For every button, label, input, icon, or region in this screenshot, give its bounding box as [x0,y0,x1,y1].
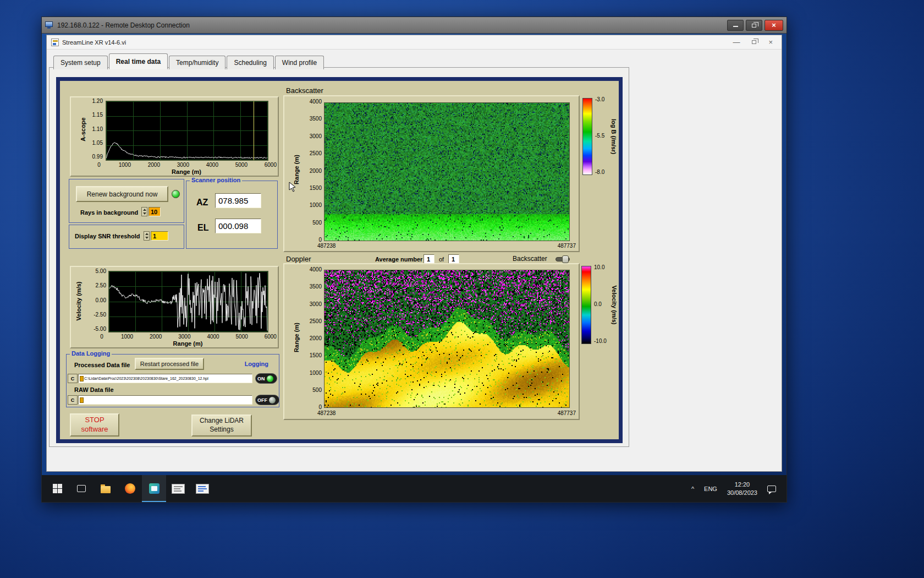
taskbar: ^ ENG 12:20 30/08/2023 [42,475,787,502]
tab-system-setup[interactable]: System setup [53,56,108,69]
language-indicator[interactable]: ENG [700,475,721,502]
backscatter-display-toggle[interactable] [556,257,570,261]
scan-scheduler-window-button[interactable] [166,475,190,502]
backscatter-y-axis-label: Range (m) [293,155,300,184]
renew-background-button[interactable]: Renew background now [76,186,168,202]
processed-logging-led [267,375,273,382]
processed-path-type-selector[interactable]: C [68,374,78,383]
tray-chevron[interactable]: ^ [688,475,698,502]
backscatter-x-ticks: 487238 487737 [317,243,576,249]
tab-temp-humidity[interactable]: Temp/humidity [169,56,226,69]
action-center-button[interactable] [763,475,780,502]
doppler-y-axis-label: Range (m) [293,323,300,352]
doppler-colorbar-label: Velocity (m/s) [611,286,618,325]
doppler-heatmap [324,270,570,408]
firefox-icon [125,483,135,494]
tab-bar: System setup Real time data Temp/humidit… [53,53,325,69]
average-number-field[interactable]: 1 [424,254,435,264]
windows-logo-icon [53,484,62,493]
scanner-position-title: Scanner position [190,177,242,183]
labview-vi-icon [51,39,59,46]
rdp-window: 192.168.0.122 - Remote Desktop Connectio… [41,17,787,503]
el-value-field[interactable]: 000.098 [215,219,261,233]
average-number-label: Average number [375,256,422,263]
change-lidar-settings-button[interactable]: Change LiDAR Settings [191,415,252,437]
doppler-chart: Range (m) 4000 3500 3000 2500 2000 1500 … [283,263,580,420]
snr-threshold-label: Display SNR threshold [75,233,140,239]
task-view-button[interactable] [69,475,94,502]
vi-window-button[interactable] [190,475,215,502]
firefox-button[interactable] [118,475,142,502]
data-logging-title: Data Logging [70,350,112,357]
backscatter-colorbar: -3.0 -5.5 -8.0 [582,98,592,175]
app-minimize-button[interactable]: — [733,39,740,46]
snr-value-field[interactable]: 1 [151,231,168,241]
backscatter-chart: Range (m) 4000 3500 3000 2500 2000 1500 … [283,95,580,252]
restart-processed-file-button[interactable]: Restart processed file [135,358,204,370]
velocity-plot [108,271,268,332]
rays-in-background-label: Rays in background [80,209,138,216]
clock-time: 12:20 [735,481,750,489]
rdp-window-title: 192.168.0.122 - Remote Desktop Connectio… [57,21,727,29]
tab-wind-profile[interactable]: Wind profile [275,56,324,69]
velocity-y-axis-label: Velocity (m/s) [75,282,82,321]
start-button[interactable] [45,475,69,502]
doppler-colorbar: 10.0 0.0 -10.0 [581,266,591,344]
background-controls-group: Renew background now Rays in background … [69,179,184,223]
velocity-chart: Velocity (m/s) 5.00 2.50 0.00 -2.50 -5.0… [70,266,279,348]
raw-logging-toggle[interactable]: OFF [255,395,279,405]
logging-label: Logging [243,361,270,367]
stop-software-button[interactable]: STOP software [70,413,119,437]
active-app-button[interactable] [142,475,166,502]
data-logging-group: Data Logging Processed Data file Restart… [66,354,279,407]
raw-path-type-selector[interactable]: C [68,395,78,405]
rdp-minimize-button[interactable] [727,20,744,31]
renew-background-led [172,190,180,198]
app-close-button[interactable]: × [768,39,773,46]
raw-data-file-label: RAW Data file [74,386,114,393]
app-restore-button[interactable] [752,39,756,46]
average-count-field[interactable]: 1 [448,254,459,264]
rdp-restore-button[interactable] [746,20,762,31]
of-label: of [439,256,444,263]
backscatter-title: Backscatter [286,86,323,95]
clock-date: 30/08/2023 [727,489,757,497]
tab-scheduling[interactable]: Scheduling [227,56,273,69]
doppler-y-ticks: 4000 3500 3000 2500 2000 1500 1000 500 0 [303,266,322,410]
rays-spinner[interactable] [141,207,147,216]
processed-data-file-path[interactable]: C:\Lidar\Data\Proc\2023\202308\20230830\… [78,374,252,383]
remote-desktop-icon [45,21,54,29]
snr-spinner[interactable] [144,231,150,241]
rdp-titlebar[interactable]: 192.168.0.122 - Remote Desktop Connectio… [42,17,787,34]
folder-icon [101,486,111,493]
processed-data-file-label: Processed Data file [74,362,130,368]
clock[interactable]: 12:20 30/08/2023 [723,475,761,502]
ascope-x-axis-label: Range (m) [106,168,267,175]
snr-threshold-group: Display SNR threshold 1 [69,225,184,249]
velocity-y-ticks: 5.00 2.50 0.00 -2.50 -5.00 [86,268,106,332]
ascope-plot [106,101,268,161]
ascope-x-ticks: 0 1000 2000 3000 4000 5000 6000 [96,162,277,168]
tab-real-time-data[interactable]: Real time data [109,53,168,69]
image-viewer-icon [149,483,160,494]
raw-logging-led [269,397,276,403]
rays-value-field[interactable]: 10 [148,207,161,216]
backscatter-toggle-label: Backscatter [513,255,547,263]
doppler-title: Doppler [286,255,311,263]
notification-icon [767,486,776,492]
mini-window-blue-icon [196,484,209,494]
velocity-x-ticks: 0 1000 2000 3000 4000 5000 6000 [99,334,277,340]
doppler-x-ticks: 487238 487737 [317,410,576,416]
real-time-data-panel: A-scope 1.20 1.15 1.10 1.05 0.99 0 1000 [56,77,623,443]
processed-logging-toggle[interactable]: ON [255,373,277,384]
raw-data-file-path[interactable] [78,395,252,405]
app-window-title: StreamLine XR v14-6.vi [62,39,733,46]
app-titlebar[interactable]: StreamLine XR v14-6.vi — × [47,35,782,50]
file-explorer-button[interactable] [94,475,118,502]
ascope-y-ticks: 1.20 1.15 1.10 1.05 0.99 [86,98,103,160]
rdp-close-button[interactable]: × [765,20,783,31]
tab-page: A-scope 1.20 1.15 1.10 1.05 0.99 0 1000 [49,67,629,447]
remote-desktop: StreamLine XR v14-6.vi — × System setup … [42,34,787,502]
az-value-field[interactable]: 078.985 [215,193,261,208]
mouse-cursor [289,182,296,193]
